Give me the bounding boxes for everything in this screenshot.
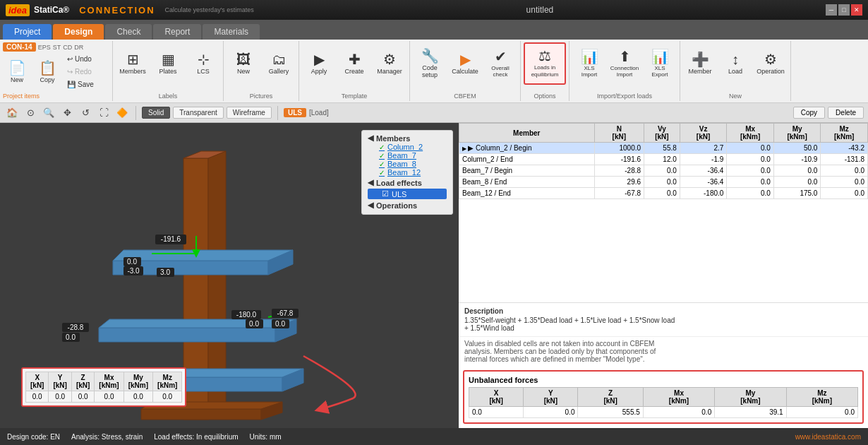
description-text: 1.35*Self-weight + 1.35*Dead load + 1.5*… [464,316,862,332]
tree-load-effects-toggle[interactable]: ◀Load effects [368,178,447,187]
svg-marker-9 [99,319,296,328]
tab-materials[interactable]: Materials [203,24,260,40]
tree-column2[interactable]: ✓Column_2 [368,143,447,151]
viewport-3d[interactable]: -191.6 0.0 -3.0 3.0 -180.0 -67.8 0.0 0.0 [0,123,459,428]
create-button[interactable]: ✚ Create [337,42,371,85]
transparent-view-button[interactable]: Transparent [173,107,224,119]
table-row[interactable]: Beam_8 / End 29.6 0.0 -36.4 0.0 0.0 0.0 [459,177,868,188]
unbalanced-forces-box: Unbalanced forces X[kN] Y[kN] Z[kN] Mx[k… [463,370,864,424]
save-button[interactable]: 💾 Save [64,78,97,90]
close-button[interactable]: ✕ [851,4,862,16]
lcs-button[interactable]: ⊹ LCS [186,42,220,85]
table-row[interactable]: ▶ Column_2 / Begin 1000.0 55.8 2.7 0.0 5… [459,143,868,154]
ribbon-section-new: ➕ Member ↕ Load ⚙ Operation New [680,41,791,101]
col-member: Member [459,124,595,143]
st-icon[interactable]: ST [53,44,61,51]
delete-load-button[interactable]: Delete [828,107,864,119]
code-setup-button[interactable]: 🔧 Code setup [413,42,447,85]
dr-icon[interactable]: DR [74,44,83,51]
copy-delete-group: Copy Delete [793,107,864,119]
analysis-item: Analysis: Stress, strain [71,433,143,441]
table-row[interactable]: Beam_12 / End -67.8 0.0 -180.0 0.0 175.0… [459,188,868,199]
table-row[interactable]: Column_2 / End -191.6 12.0 -1.9 0.0 -10.… [459,154,868,165]
svg-text:-67.8: -67.8 [277,309,294,317]
new-operation-button[interactable]: ⚙ Operation [754,42,788,85]
right-panel: Member N[kN] Vy[kN] Vz[kN] Mx[kNm] My[kN… [459,123,868,428]
rotate-button[interactable]: ↺ [78,105,93,121]
new-button[interactable]: 📄 New [3,54,31,90]
divider2 [277,106,278,120]
tab-design[interactable]: Design [53,24,104,40]
secondary-toolbar: 🏠 ⊙ 🔍 ✥ ↺ ⛶ 🔶 Solid Transparent Wirefram… [0,103,868,123]
unbalanced-row: 0.0 0.0 555.5 0.0 39.1 0.0 [469,407,858,418]
members-button[interactable]: ⊞ Members [116,42,150,85]
info-text: Values in disabled cells are not taken i… [459,336,868,366]
minimize-button[interactable]: ─ [826,4,837,16]
copy-load-button[interactable]: Copy [793,107,825,119]
redo-button[interactable]: ↪ Redo [64,66,97,78]
ribbon-section-pictures: 🖼 New 🗂 Gallery Pictures [224,41,299,101]
settings-icon[interactable]: 🔶 [114,105,130,121]
new-section-label: New [683,91,788,100]
svg-text:-191.6: -191.6 [161,235,181,243]
tree-uls-item[interactable]: ☑ULS [368,189,447,199]
svg-marker-13 [141,409,261,420]
overall-check-button[interactable]: ✔ Overall check [483,42,517,85]
calculate-button[interactable]: ▶ Calculate [448,42,482,85]
design-code-item: Design code: EN [7,433,60,441]
undo-button[interactable]: ↩ Undo [64,53,97,65]
website-link[interactable]: www.ideastatica.com [795,433,861,441]
main-content: -191.6 0.0 -3.0 3.0 -180.0 -67.8 0.0 0.0 [0,123,868,428]
wireframe-view-button[interactable]: Wireframe [227,107,272,119]
ribbon: CON-14 EPS ST CD DR 📄 New 📋 Copy ↩ Undo … [0,40,868,103]
col-mx: Mx[kNm] [727,124,774,143]
svg-text:3.0: 3.0 [160,268,170,276]
svg-text:0.0: 0.0 [275,320,285,328]
titlebar: idea StatiCa® CONNECTION Calculate yeste… [0,0,868,20]
solid-view-button[interactable]: Solid [142,107,170,119]
plates-button[interactable]: ▦ Plates [151,42,185,85]
fullscreen-button[interactable]: ⛶ [96,105,111,121]
tree-beam12[interactable]: ✓Beam_12 [368,168,447,177]
pan-button[interactable]: ✥ [59,105,75,121]
zoom-fit-button[interactable]: ⊙ [23,105,38,121]
load-data-table: Member N[kN] Vy[kN] Vz[kN] Mx[kNm] My[kN… [459,123,868,302]
copy-button[interactable]: 📋 Copy [33,54,61,90]
tree-members-section: ◀Members ✓Column_2 ✓Beam_7 ✓Beam_8 ✓Beam… [368,134,447,177]
import-export-section-label: Import/Export loads [572,91,677,100]
home-button[interactable]: 🏠 [4,105,20,121]
xls-import-button[interactable]: 📊 XLSImport [572,42,606,85]
eps-icon[interactable]: EPS [38,44,51,51]
xls-export-button[interactable]: 📊 XLSExport [643,42,677,85]
maximize-button[interactable]: □ [838,4,850,16]
loads-in-equilibrium-button[interactable]: ⚖ Loads inequilibrium [524,42,566,85]
manager-button[interactable]: ⚙ Manager [373,42,406,85]
new-load-button[interactable]: ↕ Load [718,42,752,85]
uls-badge: ULS [284,108,306,117]
ribbon-section-project: CON-14 EPS ST CD DR 📄 New 📋 Copy ↩ Undo … [0,41,113,101]
svg-text:-3.0: -3.0 [127,267,140,275]
gallery-button[interactable]: 🗂 Gallery [262,42,296,85]
new-member-button[interactable]: ➕ Member [683,42,717,85]
tree-operations-toggle[interactable]: ◀Operations [368,201,447,210]
tab-check[interactable]: Check [105,24,152,40]
tree-members-toggle[interactable]: ◀Members [368,134,447,143]
tree-beam7[interactable]: ✓Beam_7 [368,151,447,160]
search-button[interactable]: 🔍 [41,105,56,121]
statica-label: StatiCa® [34,5,69,15]
app-logo: idea StatiCa® CONNECTION Calculate yeste… [6,4,254,16]
tagline: Calculate yesterday's estimates [165,6,254,13]
undo-redo-save: ↩ Undo ↪ Redo 💾 Save [64,53,97,90]
new-picture-button[interactable]: 🖼 New [227,42,260,85]
con-btn[interactable]: CON-14 [3,42,36,52]
cd-icon[interactable]: CD [63,44,72,51]
idea-logo: idea [6,4,30,16]
tree-beam8[interactable]: ✓Beam_8 [368,160,447,168]
ribbon-section-import-export: 📊 XLSImport ⬆ ConnectionImport 📊 XLSExpo… [569,41,680,101]
tab-project[interactable]: Project [3,24,52,40]
apply-button[interactable]: ▶ Apply [302,42,336,85]
table-row[interactable]: Beam_7 / Begin -28.8 0.0 -36.4 0.0 0.0 0… [459,165,868,177]
tree-panel: TOP L R ◀Members ✓Column_2 ✓Beam_7 ✓Beam… [361,130,453,215]
tab-report[interactable]: Report [153,24,201,40]
connection-import-button[interactable]: ⬆ ConnectionImport [608,42,641,85]
